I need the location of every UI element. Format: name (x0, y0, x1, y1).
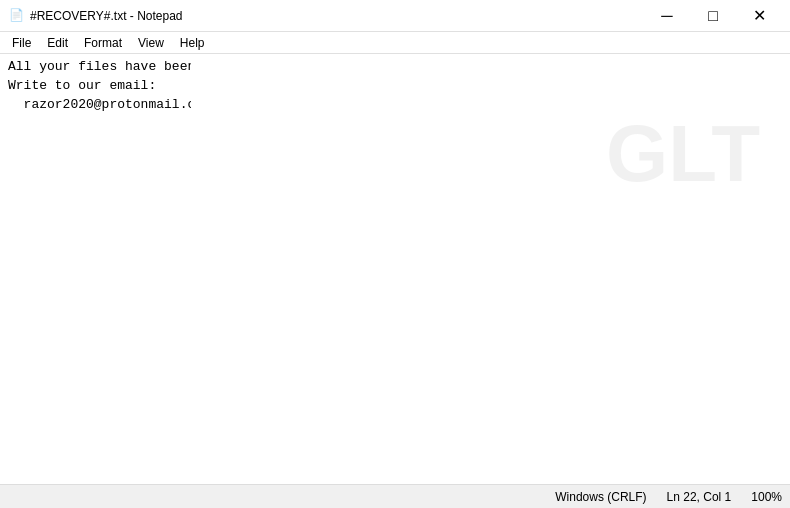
menu-bar: File Edit Format View Help (0, 32, 790, 54)
window-title: #RECOVERY#.txt - Notepad (30, 9, 183, 23)
status-position: Ln 22, Col 1 (667, 490, 732, 504)
menu-format[interactable]: Format (76, 34, 130, 52)
minimize-button[interactable]: ─ (644, 0, 690, 32)
status-zoom: 100% (751, 490, 782, 504)
menu-view[interactable]: View (130, 34, 172, 52)
editor-inner: GLT (0, 54, 790, 484)
close-button[interactable]: ✕ (736, 0, 782, 32)
watermark: GLT (606, 114, 760, 194)
maximize-button[interactable]: □ (690, 0, 736, 32)
window-controls: ─ □ ✕ (644, 0, 782, 32)
menu-file[interactable]: File (4, 34, 39, 52)
menu-edit[interactable]: Edit (39, 34, 76, 52)
status-bar: Windows (CRLF) Ln 22, Col 1 100% (0, 484, 790, 508)
status-encoding: Windows (CRLF) (555, 490, 646, 504)
app-icon: 📄 (8, 8, 24, 24)
menu-help[interactable]: Help (172, 34, 213, 52)
editor-wrapper: GLT (0, 54, 790, 484)
title-bar: 📄 #RECOVERY#.txt - Notepad ─ □ ✕ (0, 0, 790, 32)
text-editor[interactable] (0, 54, 191, 115)
title-bar-left: 📄 #RECOVERY#.txt - Notepad (8, 8, 183, 24)
